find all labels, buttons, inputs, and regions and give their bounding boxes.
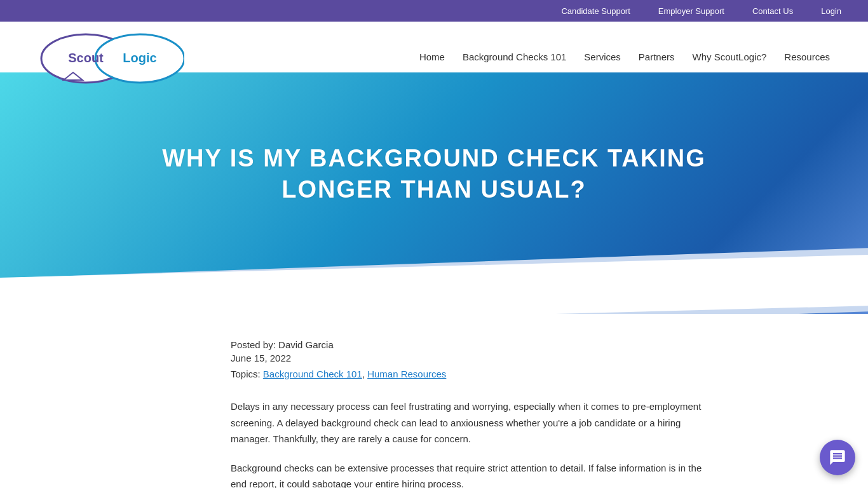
topics: Topics: Background Check 101, Human Reso…: [231, 369, 707, 379]
svg-text:Scout: Scout: [68, 51, 104, 65]
candidate-support-link[interactable]: Candidate Support: [547, 0, 644, 22]
author: Posted by: David Garcia: [231, 339, 707, 350]
logo-svg: Scout Logic: [38, 28, 184, 85]
article-meta: Posted by: David Garcia June 15, 2022 To…: [231, 339, 707, 379]
nav-services[interactable]: Services: [584, 51, 621, 62]
paragraph-2: Background checks can be extensive proce…: [231, 460, 707, 489]
publish-date: June 15, 2022: [231, 353, 707, 363]
topics-label: Topics:: [231, 369, 261, 379]
header: Scout Logic Home Background Checks 101 S…: [0, 22, 868, 92]
topic-human-resources[interactable]: Human Resources: [367, 369, 446, 379]
article-content: Posted by: David Garcia June 15, 2022 To…: [148, 314, 720, 488]
login-link[interactable]: Login: [807, 0, 855, 22]
employer-support-link[interactable]: Employer Support: [644, 0, 738, 22]
chat-icon: [829, 449, 846, 466]
hero-section: WHY IS MY BACKGROUND CHECK TAKING LONGER…: [0, 72, 868, 314]
nav-partners[interactable]: Partners: [639, 51, 675, 62]
nav-why-scoutlogic[interactable]: Why ScoutLogic?: [693, 51, 767, 62]
svg-text:Logic: Logic: [123, 51, 156, 65]
hero-title: WHY IS MY BACKGROUND CHECK TAKING LONGER…: [148, 143, 720, 206]
top-bar: Candidate Support Employer Support Conta…: [0, 0, 868, 22]
nav-resources[interactable]: Resources: [784, 51, 830, 62]
chat-bubble-button[interactable]: [820, 440, 855, 475]
paragraph-1: Delays in any necessary process can feel…: [231, 398, 707, 447]
nav-background-checks[interactable]: Background Checks 101: [463, 51, 566, 62]
main-nav: Home Background Checks 101 Services Part…: [419, 51, 830, 62]
logo[interactable]: Scout Logic: [38, 28, 184, 85]
contact-us-link[interactable]: Contact Us: [738, 0, 807, 22]
nav-home[interactable]: Home: [419, 51, 445, 62]
topic-background-check[interactable]: Background Check 101: [263, 369, 362, 379]
